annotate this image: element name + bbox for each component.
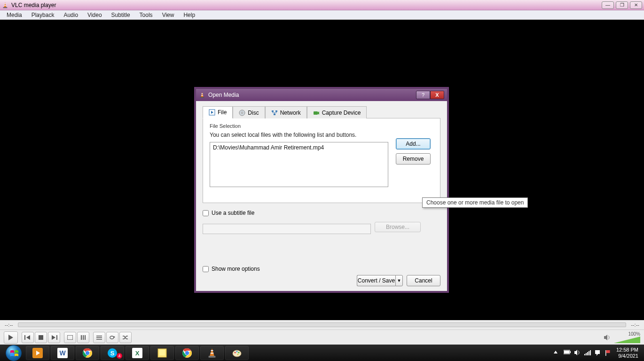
show-more-options-checkbox[interactable] (203, 266, 209, 272)
svg-text:X: X (135, 350, 140, 357)
tray-volume-icon[interactable] (574, 350, 581, 356)
speaker-icon[interactable] (604, 334, 611, 341)
tray-flag-icon[interactable] (605, 350, 612, 356)
cancel-button[interactable]: Cancel (407, 275, 440, 286)
volume-slider[interactable] (614, 337, 640, 343)
svg-rect-6 (201, 94, 203, 94)
taskbar-sticky-notes[interactable] (150, 346, 174, 360)
loop-button[interactable] (106, 332, 118, 343)
more-options-row: Show more options (203, 266, 260, 272)
svg-rect-22 (56, 335, 57, 340)
playback-controls: 100% (0, 330, 644, 345)
menu-media[interactable]: Media (2, 11, 27, 19)
stop-button[interactable] (35, 332, 47, 343)
taskbar-paint[interactable] (225, 346, 249, 360)
close-window-button[interactable]: ✕ (630, 1, 642, 9)
taskbar-word[interactable]: W (51, 346, 74, 360)
file-tabpanel: File Selection You can select local file… (203, 118, 440, 203)
next-button[interactable] (48, 332, 60, 343)
file-list[interactable]: D:\Movies\Muhammad Amir Retirement.mp4 (210, 142, 388, 187)
svg-rect-20 (39, 335, 43, 340)
use-subtitle-checkbox[interactable] (203, 210, 209, 216)
tab-network[interactable]: Network (265, 106, 307, 118)
tray-chevron-up-icon[interactable] (553, 350, 560, 356)
subtitle-path-input (203, 224, 371, 234)
skype-badge: 4 (117, 353, 122, 359)
add-button[interactable]: Add... (396, 138, 431, 149)
tray-clock[interactable]: 12:58 PM 9/4/2021 (616, 347, 638, 359)
svg-rect-12 (272, 110, 274, 112)
tray-network-icon[interactable] (584, 350, 591, 356)
taskbar-media-player[interactable] (26, 346, 49, 360)
time-remaining[interactable]: --:-- (631, 322, 639, 328)
tooltip: Choose one or more media file to open (422, 197, 528, 208)
chevron-down-icon: ▼ (397, 278, 401, 283)
file-list-item[interactable]: D:\Movies\Muhammad Amir Retirement.mp4 (213, 144, 385, 151)
svg-point-54 (238, 352, 240, 353)
svg-rect-65 (590, 350, 591, 355)
menu-video[interactable]: Video (83, 11, 106, 19)
svg-rect-15 (314, 111, 318, 115)
svg-point-55 (237, 353, 239, 355)
seek-slider[interactable] (18, 322, 627, 327)
window-title: VLC media player (11, 2, 56, 8)
minimize-button[interactable]: — (602, 1, 614, 9)
tray-battery-icon[interactable] (564, 350, 570, 356)
convert-save-dropdown[interactable]: ▼ (395, 275, 403, 286)
fullscreen-button[interactable] (64, 332, 76, 343)
tab-network-label: Network (280, 110, 301, 116)
prev-button[interactable] (22, 332, 34, 343)
svg-rect-13 (275, 110, 277, 112)
extended-settings-button[interactable] (77, 332, 89, 343)
tray-action-center-icon[interactable] (595, 350, 601, 356)
taskbar: W S4 X 12:58 PM 9/4/2021 (0, 345, 644, 361)
convert-save-button[interactable]: Convert / Save (357, 275, 395, 286)
tab-capture[interactable]: Capture Device (307, 106, 367, 118)
svg-rect-7 (201, 95, 203, 95)
svg-marker-4 (201, 92, 203, 97)
menu-subtitle[interactable]: Subtitle (107, 11, 135, 19)
svg-rect-64 (589, 351, 589, 355)
taskbar-chrome-2[interactable] (175, 346, 199, 360)
menu-help[interactable]: Help (179, 11, 200, 19)
dialog-help-button[interactable]: ? (416, 91, 430, 99)
svg-marker-56 (554, 351, 558, 353)
menu-tools[interactable]: Tools (135, 11, 157, 19)
svg-rect-29 (96, 339, 102, 340)
dialog-titlebar[interactable]: Open Media ? X (196, 89, 447, 101)
disc-icon (239, 110, 245, 116)
close-icon: X (435, 92, 439, 98)
play-button[interactable] (4, 331, 18, 344)
svg-marker-0 (4, 2, 6, 7)
svg-rect-2 (4, 3, 6, 4)
tab-disc[interactable]: Disc (233, 106, 265, 118)
dialog-tabs: File Disc Network Capture Device (203, 106, 440, 118)
menu-audio[interactable]: Audio (59, 11, 83, 19)
svg-rect-1 (3, 7, 8, 8)
seek-row: --:-- --:-- (0, 320, 644, 330)
remove-button[interactable]: Remove (396, 153, 431, 165)
maximize-button[interactable]: ❐ (616, 1, 628, 9)
playlist-button[interactable] (93, 332, 105, 343)
dialog-title: Open Media (208, 92, 239, 98)
svg-marker-17 (8, 335, 13, 340)
menu-view[interactable]: View (157, 11, 179, 19)
svg-rect-48 (209, 356, 216, 358)
open-media-dialog: Open Media ? X File Disc Network (196, 88, 448, 291)
taskbar-skype[interactable]: S4 (101, 346, 124, 360)
svg-point-52 (235, 352, 236, 353)
window-caption-buttons: — ❐ ✕ (602, 1, 642, 9)
tab-file[interactable]: File (203, 106, 233, 118)
svg-rect-59 (564, 351, 569, 353)
svg-text:S: S (110, 350, 115, 357)
svg-marker-31 (604, 335, 607, 340)
time-elapsed[interactable]: --:-- (5, 322, 13, 328)
taskbar-vlc[interactable] (200, 346, 224, 360)
dialog-close-button[interactable]: X (430, 91, 444, 99)
menu-playback[interactable]: Playback (27, 11, 59, 19)
start-button[interactable] (3, 346, 24, 360)
tab-capture-label: Capture Device (322, 110, 361, 116)
taskbar-chrome[interactable] (76, 346, 99, 360)
shuffle-button[interactable] (119, 332, 132, 343)
taskbar-excel[interactable]: X (126, 346, 149, 360)
